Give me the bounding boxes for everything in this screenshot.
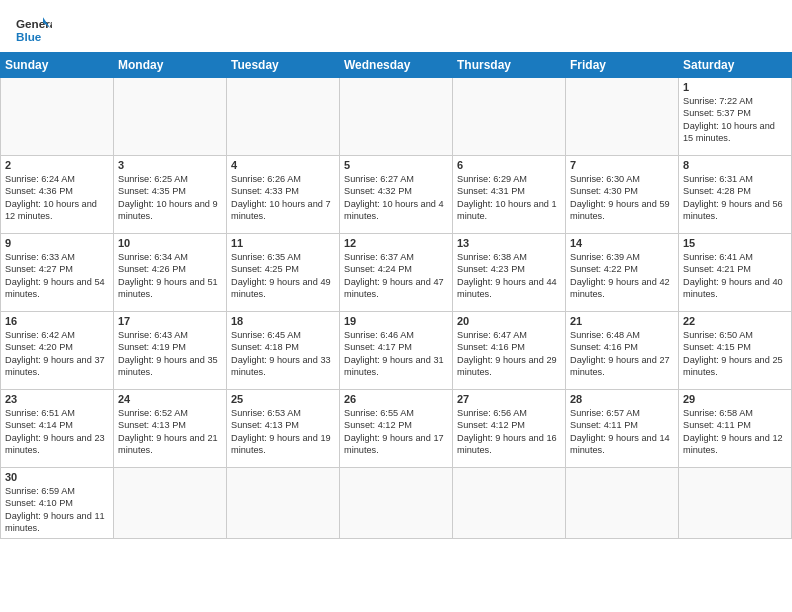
day-info: Sunrise: 6:50 AM Sunset: 4:15 PM Dayligh… <box>683 330 783 377</box>
calendar-cell: 4Sunrise: 6:26 AM Sunset: 4:33 PM Daylig… <box>227 156 340 234</box>
weekday-header-monday: Monday <box>114 53 227 78</box>
day-info: Sunrise: 6:43 AM Sunset: 4:19 PM Dayligh… <box>118 330 218 377</box>
weekday-header-thursday: Thursday <box>453 53 566 78</box>
calendar-cell: 16Sunrise: 6:42 AM Sunset: 4:20 PM Dayli… <box>1 312 114 390</box>
weekday-header-saturday: Saturday <box>679 53 792 78</box>
calendar-cell <box>227 468 340 539</box>
calendar-cell: 15Sunrise: 6:41 AM Sunset: 4:21 PM Dayli… <box>679 234 792 312</box>
day-number: 21 <box>570 315 674 327</box>
day-info: Sunrise: 6:39 AM Sunset: 4:22 PM Dayligh… <box>570 252 670 299</box>
weekday-header-sunday: Sunday <box>1 53 114 78</box>
day-info: Sunrise: 6:58 AM Sunset: 4:11 PM Dayligh… <box>683 408 783 455</box>
calendar-cell: 13Sunrise: 6:38 AM Sunset: 4:23 PM Dayli… <box>453 234 566 312</box>
day-info: Sunrise: 6:46 AM Sunset: 4:17 PM Dayligh… <box>344 330 444 377</box>
calendar-cell: 8Sunrise: 6:31 AM Sunset: 4:28 PM Daylig… <box>679 156 792 234</box>
day-number: 22 <box>683 315 787 327</box>
day-info: Sunrise: 6:38 AM Sunset: 4:23 PM Dayligh… <box>457 252 557 299</box>
day-info: Sunrise: 6:55 AM Sunset: 4:12 PM Dayligh… <box>344 408 444 455</box>
day-info: Sunrise: 6:47 AM Sunset: 4:16 PM Dayligh… <box>457 330 557 377</box>
week-row-2: 2Sunrise: 6:24 AM Sunset: 4:36 PM Daylig… <box>1 156 792 234</box>
day-number: 17 <box>118 315 222 327</box>
day-number: 30 <box>5 471 109 483</box>
weekday-header-tuesday: Tuesday <box>227 53 340 78</box>
calendar-cell: 3Sunrise: 6:25 AM Sunset: 4:35 PM Daylig… <box>114 156 227 234</box>
calendar-cell: 25Sunrise: 6:53 AM Sunset: 4:13 PM Dayli… <box>227 390 340 468</box>
day-info: Sunrise: 6:25 AM Sunset: 4:35 PM Dayligh… <box>118 174 218 221</box>
day-number: 24 <box>118 393 222 405</box>
weekday-header-wednesday: Wednesday <box>340 53 453 78</box>
calendar-cell <box>679 468 792 539</box>
week-row-5: 23Sunrise: 6:51 AM Sunset: 4:14 PM Dayli… <box>1 390 792 468</box>
day-info: Sunrise: 6:29 AM Sunset: 4:31 PM Dayligh… <box>457 174 557 221</box>
calendar-cell: 9Sunrise: 6:33 AM Sunset: 4:27 PM Daylig… <box>1 234 114 312</box>
calendar-cell <box>453 78 566 156</box>
calendar-cell <box>227 78 340 156</box>
svg-text:Blue: Blue <box>16 30 42 43</box>
day-number: 8 <box>683 159 787 171</box>
day-info: Sunrise: 6:24 AM Sunset: 4:36 PM Dayligh… <box>5 174 97 221</box>
calendar-cell <box>340 78 453 156</box>
calendar-cell: 7Sunrise: 6:30 AM Sunset: 4:30 PM Daylig… <box>566 156 679 234</box>
day-info: Sunrise: 6:48 AM Sunset: 4:16 PM Dayligh… <box>570 330 670 377</box>
calendar-cell <box>453 468 566 539</box>
day-info: Sunrise: 6:42 AM Sunset: 4:20 PM Dayligh… <box>5 330 105 377</box>
day-number: 23 <box>5 393 109 405</box>
day-number: 15 <box>683 237 787 249</box>
day-info: Sunrise: 6:52 AM Sunset: 4:13 PM Dayligh… <box>118 408 218 455</box>
day-info: Sunrise: 6:57 AM Sunset: 4:11 PM Dayligh… <box>570 408 670 455</box>
calendar-cell: 28Sunrise: 6:57 AM Sunset: 4:11 PM Dayli… <box>566 390 679 468</box>
day-info: Sunrise: 6:59 AM Sunset: 4:10 PM Dayligh… <box>5 486 105 533</box>
calendar-cell <box>566 78 679 156</box>
calendar-cell: 30Sunrise: 6:59 AM Sunset: 4:10 PM Dayli… <box>1 468 114 539</box>
day-info: Sunrise: 6:31 AM Sunset: 4:28 PM Dayligh… <box>683 174 783 221</box>
day-number: 6 <box>457 159 561 171</box>
calendar-cell: 5Sunrise: 6:27 AM Sunset: 4:32 PM Daylig… <box>340 156 453 234</box>
calendar-cell: 20Sunrise: 6:47 AM Sunset: 4:16 PM Dayli… <box>453 312 566 390</box>
day-info: Sunrise: 6:35 AM Sunset: 4:25 PM Dayligh… <box>231 252 331 299</box>
logo-icon: General Blue <box>16 10 52 46</box>
calendar-cell: 22Sunrise: 6:50 AM Sunset: 4:15 PM Dayli… <box>679 312 792 390</box>
day-info: Sunrise: 6:33 AM Sunset: 4:27 PM Dayligh… <box>5 252 105 299</box>
calendar-cell: 24Sunrise: 6:52 AM Sunset: 4:13 PM Dayli… <box>114 390 227 468</box>
day-number: 28 <box>570 393 674 405</box>
week-row-3: 9Sunrise: 6:33 AM Sunset: 4:27 PM Daylig… <box>1 234 792 312</box>
day-number: 4 <box>231 159 335 171</box>
day-number: 14 <box>570 237 674 249</box>
day-info: Sunrise: 6:41 AM Sunset: 4:21 PM Dayligh… <box>683 252 783 299</box>
day-number: 18 <box>231 315 335 327</box>
calendar-cell: 21Sunrise: 6:48 AM Sunset: 4:16 PM Dayli… <box>566 312 679 390</box>
day-info: Sunrise: 6:53 AM Sunset: 4:13 PM Dayligh… <box>231 408 331 455</box>
day-number: 26 <box>344 393 448 405</box>
calendar-cell: 26Sunrise: 6:55 AM Sunset: 4:12 PM Dayli… <box>340 390 453 468</box>
calendar-cell <box>114 78 227 156</box>
day-info: Sunrise: 6:45 AM Sunset: 4:18 PM Dayligh… <box>231 330 331 377</box>
day-info: Sunrise: 6:34 AM Sunset: 4:26 PM Dayligh… <box>118 252 218 299</box>
week-row-1: 1Sunrise: 7:22 AM Sunset: 5:37 PM Daylig… <box>1 78 792 156</box>
weekday-header-row: SundayMondayTuesdayWednesdayThursdayFrid… <box>1 53 792 78</box>
day-number: 16 <box>5 315 109 327</box>
calendar-cell: 17Sunrise: 6:43 AM Sunset: 4:19 PM Dayli… <box>114 312 227 390</box>
day-number: 13 <box>457 237 561 249</box>
calendar-cell: 2Sunrise: 6:24 AM Sunset: 4:36 PM Daylig… <box>1 156 114 234</box>
calendar-cell <box>566 468 679 539</box>
day-number: 5 <box>344 159 448 171</box>
weekday-header-friday: Friday <box>566 53 679 78</box>
calendar-cell: 6Sunrise: 6:29 AM Sunset: 4:31 PM Daylig… <box>453 156 566 234</box>
calendar-cell <box>340 468 453 539</box>
day-number: 10 <box>118 237 222 249</box>
day-number: 9 <box>5 237 109 249</box>
week-row-6: 30Sunrise: 6:59 AM Sunset: 4:10 PM Dayli… <box>1 468 792 539</box>
day-info: Sunrise: 6:27 AM Sunset: 4:32 PM Dayligh… <box>344 174 444 221</box>
day-number: 27 <box>457 393 561 405</box>
day-number: 20 <box>457 315 561 327</box>
calendar-cell: 27Sunrise: 6:56 AM Sunset: 4:12 PM Dayli… <box>453 390 566 468</box>
calendar-table: SundayMondayTuesdayWednesdayThursdayFrid… <box>0 52 792 539</box>
calendar-cell: 14Sunrise: 6:39 AM Sunset: 4:22 PM Dayli… <box>566 234 679 312</box>
calendar-cell: 18Sunrise: 6:45 AM Sunset: 4:18 PM Dayli… <box>227 312 340 390</box>
day-number: 2 <box>5 159 109 171</box>
calendar-cell: 29Sunrise: 6:58 AM Sunset: 4:11 PM Dayli… <box>679 390 792 468</box>
day-number: 12 <box>344 237 448 249</box>
day-info: Sunrise: 6:30 AM Sunset: 4:30 PM Dayligh… <box>570 174 670 221</box>
day-info: Sunrise: 6:26 AM Sunset: 4:33 PM Dayligh… <box>231 174 331 221</box>
logo: General Blue <box>16 10 52 46</box>
